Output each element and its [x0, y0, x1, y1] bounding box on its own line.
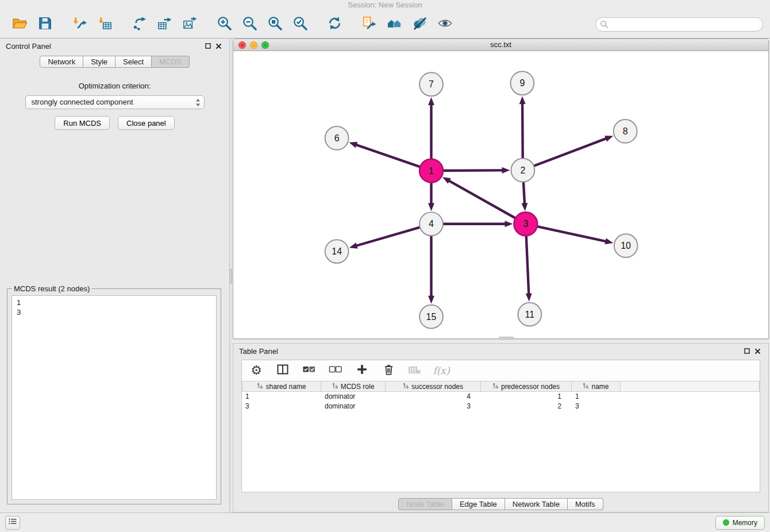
column-header-successor-nodes[interactable]: successor nodes [386, 381, 481, 392]
graph-node-11[interactable]: 11 [518, 303, 541, 326]
column-type-icon [492, 383, 499, 391]
graph-node-8[interactable]: 8 [614, 119, 637, 143]
graph-node-9[interactable]: 9 [510, 71, 534, 95]
tab-network-table[interactable]: Network Table [505, 498, 568, 510]
export-table-button[interactable] [152, 12, 177, 36]
column-type-icon [257, 383, 263, 391]
table-cell[interactable]: dominator [321, 402, 386, 411]
graph-edge-3-1[interactable] [442, 177, 515, 218]
deselect-all-rows-button[interactable] [328, 363, 343, 378]
tab-edge-table[interactable]: Edge Table [452, 498, 505, 510]
graph-edge-2-9[interactable] [519, 96, 526, 158]
graph-node-1[interactable]: 1 [419, 159, 443, 183]
zoom-out-button[interactable] [237, 12, 262, 36]
zoom-in-button[interactable] [211, 12, 237, 36]
optimization-criterion-select[interactable]: strongly connected component [25, 95, 205, 109]
network-window-titlebar[interactable]: ✕ − + scc.txt [233, 39, 768, 51]
column-header-shared-name[interactable]: shared name [242, 381, 321, 392]
add-column-button[interactable] [355, 363, 369, 378]
float-table-panel-icon[interactable] [742, 346, 752, 356]
mcds-result-list[interactable]: 13 [11, 295, 217, 500]
tab-node-table[interactable]: Node Table [398, 498, 452, 510]
table-cell[interactable]: 1 [242, 392, 321, 402]
network-canvas-svg[interactable]: 7968124314101511 [233, 51, 768, 338]
zoom-selected-button[interactable] [287, 12, 313, 36]
export-network-button[interactable] [126, 12, 152, 36]
column-header-label: successor nodes [411, 383, 463, 391]
open-session-button[interactable] [7, 12, 32, 36]
column-header-name[interactable]: name [572, 381, 621, 392]
close-table-panel-icon[interactable] [752, 346, 763, 356]
graph-node-4[interactable]: 4 [419, 212, 443, 236]
tab-mcds[interactable]: MCDS [152, 56, 189, 68]
node-table: ⚙f(x) shared nameMCDS rolesuccessor node… [241, 360, 760, 492]
select-all-icon [302, 363, 317, 379]
table-cell[interactable]: dominator [321, 392, 386, 402]
graph-edge-1-4[interactable] [428, 183, 434, 211]
graph-edge-2-8[interactable] [534, 136, 613, 165]
graph-edge-3-10[interactable] [538, 226, 613, 244]
search-input[interactable] [595, 17, 763, 32]
graph-edge-1-7[interactable] [428, 97, 434, 159]
graph-node-label: 6 [334, 133, 340, 143]
network-canvas[interactable]: 7968124314101511 [233, 51, 768, 338]
tab-network[interactable]: Network [40, 56, 83, 68]
graph-edge-1-6[interactable] [349, 142, 419, 167]
show-hide-graphics-button[interactable] [432, 12, 457, 36]
column-header-MCDS-role[interactable]: MCDS role [321, 381, 386, 392]
delete-selected-columns-button[interactable] [381, 363, 396, 378]
save-session-button[interactable] [32, 12, 57, 36]
table-cell[interactable]: 3 [242, 402, 321, 411]
close-panel-button[interactable]: Close panel [118, 116, 175, 130]
graph-node-3[interactable]: 3 [514, 212, 537, 236]
close-panel-icon[interactable] [213, 41, 224, 51]
graph-edge-4-14[interactable] [349, 228, 419, 249]
graph-edge-2-3[interactable] [521, 183, 528, 211]
window-controls: ✕ − + [238, 41, 269, 49]
window-zoom-icon[interactable]: + [261, 41, 269, 49]
graph-node-10[interactable]: 10 [614, 234, 638, 257]
clone-network-button[interactable] [356, 12, 382, 36]
window-close-icon[interactable]: ✕ [238, 41, 246, 49]
graph-node-label: 15 [426, 312, 437, 322]
table-settings-button[interactable]: ⚙ [249, 363, 264, 378]
import-network-from-file-button[interactable] [67, 12, 92, 36]
tab-motifs[interactable]: Motifs [568, 498, 603, 510]
graph-edge-4-15[interactable] [428, 236, 434, 304]
graph-node-2[interactable]: 2 [511, 159, 534, 182]
graph-edge-1-2[interactable] [444, 167, 510, 174]
column-header-label: MCDS role [341, 383, 375, 391]
table-cell[interactable]: 4 [386, 392, 481, 402]
table-cell[interactable]: 1 [481, 392, 572, 402]
run-mcds-button[interactable]: Run MCDS [55, 116, 110, 130]
export-image-button[interactable] [177, 12, 202, 36]
graph-node-6[interactable]: 6 [325, 126, 349, 150]
nested-network-home-button[interactable] [382, 12, 407, 36]
table-row[interactable]: 1dominator411 [242, 392, 760, 402]
window-minimize-icon[interactable]: − [250, 41, 257, 49]
table-cell[interactable]: 1 [572, 392, 621, 402]
import-table-from-file-button[interactable] [92, 12, 117, 36]
graph-edge-4-3[interactable] [444, 221, 513, 227]
memory-button[interactable]: Memory [715, 516, 765, 530]
column-header-predecessor-nodes[interactable]: predecessor nodes [481, 381, 572, 392]
graph-node-15[interactable]: 15 [419, 305, 443, 329]
table-row[interactable]: 3dominator323 [242, 402, 760, 411]
float-panel-icon[interactable] [203, 41, 213, 51]
select-all-rows-button[interactable] [302, 363, 317, 378]
table-cell[interactable]: 3 [386, 402, 481, 411]
tab-select[interactable]: Select [116, 56, 152, 68]
splitter-handle-horizontal[interactable] [499, 337, 514, 340]
refresh-view-button[interactable] [322, 12, 347, 36]
table-cell[interactable]: 3 [572, 402, 621, 411]
apply-style-button[interactable] [407, 12, 432, 36]
tab-style[interactable]: Style [83, 56, 116, 68]
column-header-label: shared name [265, 383, 306, 391]
graph-node-7[interactable]: 7 [419, 72, 443, 96]
split-panel-button[interactable] [275, 363, 290, 378]
graph-edge-3-11[interactable] [526, 236, 532, 302]
table-cell[interactable]: 2 [481, 402, 572, 411]
graph-node-14[interactable]: 14 [325, 240, 349, 263]
task-history-button[interactable] [5, 516, 20, 530]
zoom-fit-content-button[interactable] [262, 12, 287, 36]
